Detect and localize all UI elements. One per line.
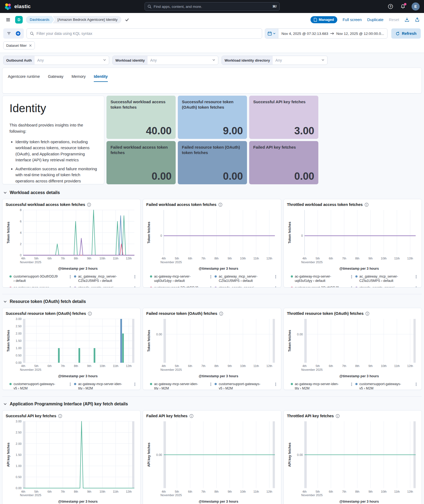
tab-identity[interactable]: Identity	[94, 74, 108, 82]
chart-plot[interactable]: 0.004th5th6th7th8th9th10th11th12thNovemb…	[287, 317, 418, 373]
tab-memory[interactable]: Memory	[72, 74, 86, 82]
section-header-resource-token-oauth-fetch-details[interactable]: Resource token (OAuth) fetch details	[3, 299, 421, 304]
chart-plot[interactable]: 0.004th5th6th7th8th9th10th11th12thNovemb…	[146, 420, 278, 498]
legend-actions-icon[interactable]	[275, 275, 277, 279]
legend-actions-icon[interactable]	[415, 286, 417, 288]
metric-tile[interactable]: Successful API key fetches 3.00	[249, 96, 318, 139]
legend-item[interactable]: customersupport-gateways-v5 › M2M	[355, 382, 417, 390]
legend-item[interactable]: ac-gateway-mcp-server-uq83uf1dyy › defau…	[291, 274, 353, 283]
legend-actions-icon[interactable]	[415, 275, 417, 279]
svg-text:7th: 7th	[201, 364, 205, 368]
legend-item[interactable]: customersupport-3OutfrDDJ9	[291, 286, 353, 288]
legend-item[interactable]: ac-gateway-mcp-server-uq83uf1dyy › defau…	[150, 274, 212, 283]
dashboard-controls: Outbound Auth Any Workload identity Any …	[0, 53, 424, 66]
legend-actions-icon[interactable]	[69, 275, 71, 279]
legend-actions-icon[interactable]	[350, 275, 353, 279]
info-icon[interactable]	[365, 203, 369, 207]
add-filter-button[interactable]	[14, 29, 22, 38]
help-button[interactable]: ?	[387, 3, 394, 10]
menu-button[interactable]	[4, 16, 12, 24]
user-avatar[interactable]: E	[412, 2, 420, 11]
legend-item[interactable]: ac_gateway_mcp_server-CZfa1U5MPS › defau…	[74, 274, 136, 283]
svg-text:6th: 6th	[188, 490, 192, 493]
chart-plot[interactable]: 0.004th5th6th7th8th9th10th11th12thNovemb…	[287, 420, 418, 498]
notifications-button[interactable]	[399, 3, 407, 10]
legend-item[interactable]: strands_agents_openai-	[74, 286, 136, 288]
kql-search-input[interactable]: Filter your data using KQL syntax	[26, 28, 262, 39]
saved-check-icon[interactable]	[125, 17, 129, 22]
elastic-logo[interactable]: elastic	[4, 3, 31, 10]
chart-panel-successful-workload-access-token-fetches: Successful workload access token fetches…	[2, 199, 141, 288]
dataset-filter-chip[interactable]: Dataset filter	[3, 41, 35, 49]
control-workload-identity[interactable]: Workload identity Any	[112, 56, 218, 65]
legend-item[interactable]: customersupport-gateways-v5 › M2M	[9, 382, 71, 390]
metric-tile[interactable]: Failed API key fetches 0.00	[249, 141, 318, 184]
legend-actions-icon[interactable]	[275, 286, 277, 288]
info-icon[interactable]	[88, 312, 92, 316]
date-range-text[interactable]: Nov 4, 2025 @ 07:32:13.683 Nov 12, 2025 …	[278, 32, 387, 36]
legend-actions-icon[interactable]	[210, 382, 212, 386]
kibana-dashboard-page: elastic Find apps, content, and more. ⌘/…	[0, 0, 424, 504]
filter-fields-button[interactable]	[5, 29, 13, 38]
control-outbound-auth[interactable]: Outbound Auth Any	[3, 56, 109, 65]
metric-tile[interactable]: Successful workload access token fetches…	[106, 96, 176, 139]
metric-tile[interactable]: Successful resource token (OAuth) token …	[178, 96, 247, 139]
legend-item[interactable]: customersupport-gateways-v5 › M2M	[215, 382, 276, 390]
tab-gateway[interactable]: Gateway	[48, 74, 63, 82]
legend-item[interactable]: strands_agents_openai-	[215, 286, 276, 288]
legend-actions-icon[interactable]	[69, 382, 71, 386]
legend-item[interactable]: strands_agents_openai-	[355, 286, 417, 288]
close-icon[interactable]	[29, 44, 32, 47]
info-icon[interactable]	[365, 312, 369, 316]
legend-actions-icon[interactable]	[210, 286, 212, 288]
legend-actions-icon[interactable]	[134, 286, 136, 288]
legend-item[interactable]: ac-gateway-mcp-server-iden-tity › M2M	[74, 382, 136, 390]
duplicate-button[interactable]: Duplicate	[367, 18, 383, 22]
metric-tile[interactable]: Failed workload access token fetches 0.0…	[106, 141, 176, 184]
legend-actions-icon[interactable]	[134, 382, 136, 386]
legend-item[interactable]: customersupport-3OutfrDDJ9	[150, 286, 212, 288]
info-icon[interactable]	[58, 414, 62, 418]
chart-plot[interactable]: 0.004th5th6th7th8th9th10th11th12thNovemb…	[146, 317, 278, 373]
legend-actions-icon[interactable]	[69, 286, 71, 288]
legend-actions-icon[interactable]	[350, 382, 353, 386]
legend-actions-icon[interactable]	[134, 275, 136, 279]
download-icon[interactable]	[405, 17, 409, 22]
tab-agentcore-runtime[interactable]: Agentcore runtime	[8, 74, 40, 82]
svg-text:November 2025: November 2025	[20, 493, 41, 497]
reset-button[interactable]: Reset	[389, 18, 399, 22]
breadcrumb-dashboards[interactable]: Dashboards	[26, 16, 54, 24]
chart-plot[interactable]: 04th5th6th7th8th9th10th11th12thNovember …	[146, 208, 278, 265]
date-picker-button[interactable]	[265, 29, 278, 38]
legend-actions-icon[interactable]	[350, 286, 353, 288]
chart-plot[interactable]: 0.000.501.001.502.002.503.004th5th6th7th…	[6, 420, 137, 498]
legend-item[interactable]: ac-gateway-mcp-server-iden-tity › M2M	[150, 382, 212, 390]
legend-item[interactable]: ac-gateway-mcp-server-iden-tity › M2M	[291, 382, 353, 390]
chart-plot[interactable]: 04th5th6th7th8th9th10th11th12thNovember …	[287, 208, 418, 265]
share-icon[interactable]	[415, 17, 420, 22]
metric-tile[interactable]: Failed resource token (OAuth) token fetc…	[178, 141, 247, 184]
legend-actions-icon[interactable]	[415, 382, 417, 386]
calendar-icon	[268, 31, 272, 36]
global-search-input[interactable]: Find apps, content, and more. ⌘/	[145, 2, 280, 11]
section-header-application-programming-interface-api-key-fetch-details[interactable]: Application Programming Interface (API) …	[3, 402, 421, 406]
info-icon[interactable]	[219, 312, 223, 316]
legend-item[interactable]: ac-gateway-mcp-server-	[9, 286, 71, 288]
full-screen-button[interactable]: Full screen	[343, 18, 362, 22]
info-icon[interactable]	[87, 203, 91, 207]
space-avatar[interactable]: D	[15, 16, 23, 24]
legend-item[interactable]: ac_gateway_mcp_server-CZfa1U5MPS › defau…	[215, 274, 276, 283]
info-icon[interactable]	[189, 414, 193, 418]
chart-plot[interactable]: 0.000.501.001.502.002.503.004th5th6th7th…	[6, 317, 137, 373]
refresh-button[interactable]: Refresh	[391, 28, 421, 39]
legend-actions-icon[interactable]	[275, 382, 277, 386]
info-icon[interactable]	[218, 203, 222, 207]
chart-plot[interactable]: 024684th5th6th7th8th9th10th11th12thNovem…	[6, 208, 137, 265]
legend-actions-icon[interactable]	[210, 275, 212, 279]
legend-item[interactable]: customersupport-3OutfrDDJ9› default	[9, 274, 71, 283]
legend-item[interactable]: ac_gateway_mcp_server-CZfa1U5MPS › defau…	[355, 274, 417, 283]
section-header-workload-access-details[interactable]: Workload access details	[3, 190, 421, 195]
managed-badge[interactable]: Managed	[311, 16, 337, 23]
control-workload-identity-directory[interactable]: Workload identity directory Any	[222, 56, 328, 65]
info-icon[interactable]	[336, 414, 340, 418]
